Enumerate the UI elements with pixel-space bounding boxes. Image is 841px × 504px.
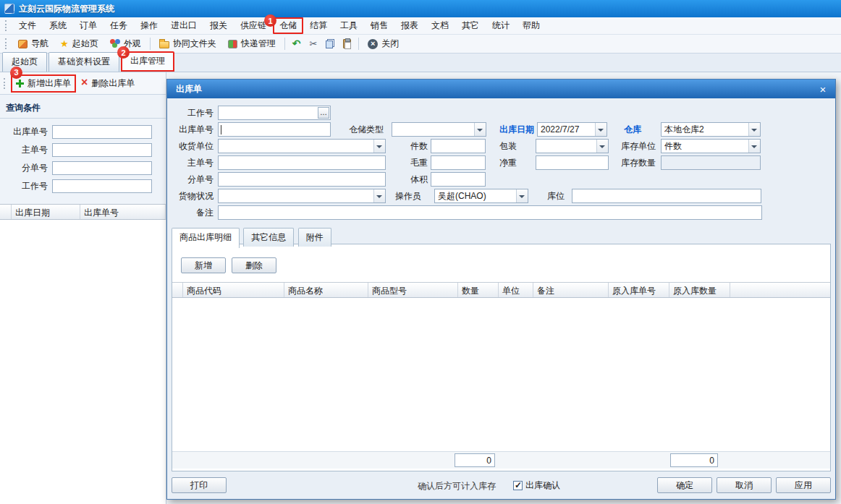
close-tab-label: 关闭	[381, 38, 399, 50]
menu-item-sales[interactable]: 销售	[364, 17, 394, 34]
cargo-status-select[interactable]	[218, 189, 386, 203]
delete-outbound-order-button[interactable]: 删除出库单	[76, 74, 140, 93]
tab-other-info[interactable]: 其它信息	[243, 228, 294, 247]
shared-folder-button[interactable]: 协同文件夹	[153, 35, 222, 52]
home-page-label: 起始页	[72, 38, 98, 50]
outbound-confirm-checkbox-group[interactable]: 出库确认	[513, 479, 560, 492]
dialog-title: 出库单	[176, 83, 816, 95]
delete-row-button[interactable]: 删除	[232, 257, 276, 273]
grid-header-original-inbound-no[interactable]: 原入库单号	[609, 283, 669, 297]
menu-item-system[interactable]: 系统	[43, 17, 73, 34]
tab-outbound-management[interactable]: 出库管理 2	[121, 51, 174, 72]
tab-product-outbound-detail[interactable]: 商品出库明细	[172, 228, 240, 248]
operator-select[interactable]: 吴超(CHAO)	[434, 189, 528, 203]
remark-label: 备注	[167, 205, 214, 220]
close-tab-button[interactable]: 关闭	[362, 35, 405, 52]
app-window: 立刻云国际物流管理系统 文件 系统 订单 任务 操作 进出口 报关 供应链 仓储…	[0, 0, 841, 504]
ok-button[interactable]: 确定	[657, 477, 712, 493]
outbound-list-body[interactable]	[0, 220, 166, 504]
menu-item-file[interactable]: 文件	[12, 17, 43, 34]
net-weight-input[interactable]	[536, 155, 609, 170]
cargo-status-label: 货物状况	[167, 189, 214, 203]
toolbar-grip-handle[interactable]	[5, 38, 8, 49]
cancel-button[interactable]: 取消	[717, 477, 772, 493]
grid-header-product-model[interactable]: 商品型号	[368, 283, 458, 297]
delete-outbound-order-label: 删除出库单	[91, 77, 135, 90]
package-select[interactable]	[536, 139, 609, 153]
storage-type-select[interactable]	[392, 122, 486, 137]
menu-item-others[interactable]: 其它	[455, 17, 486, 34]
house-no-input[interactable]	[218, 172, 386, 187]
cut-button[interactable]	[305, 37, 321, 51]
location-input[interactable]	[572, 189, 761, 203]
menu-item-customs[interactable]: 报关	[203, 17, 234, 34]
gross-weight-input[interactable]	[431, 155, 486, 170]
add-outbound-order-button[interactable]: 新增出库单 3	[11, 74, 76, 93]
grid-header-quantity[interactable]: 数量	[458, 283, 499, 297]
dialog-close-icon[interactable]	[816, 83, 829, 95]
list-header-outbound-date[interactable]: 出库日期	[12, 205, 80, 219]
grid-header-indicator	[172, 283, 183, 297]
menu-item-warehouse[interactable]: 仓储 1	[273, 17, 303, 34]
master-no-input[interactable]	[218, 155, 386, 170]
job-no-field[interactable]: …	[218, 106, 331, 120]
undo-button[interactable]	[288, 37, 305, 51]
menu-item-reports[interactable]: 报表	[394, 17, 425, 34]
receiver-select[interactable]	[218, 139, 386, 153]
tab-basic-data-settings[interactable]: 基础资料设置	[48, 52, 119, 72]
list-header-outbound-no[interactable]: 出库单号	[80, 205, 166, 219]
print-button[interactable]: 打印	[172, 477, 227, 493]
menu-item-import-export[interactable]: 进出口	[164, 17, 203, 34]
house-no-filter-input[interactable]	[52, 161, 152, 175]
tab-home-page[interactable]: 起始页	[2, 52, 47, 72]
left-toolbar-grip-handle[interactable]	[4, 78, 7, 89]
grid-header-product-code[interactable]: 商品代码	[183, 283, 284, 297]
tab-attachments[interactable]: 附件	[298, 228, 331, 247]
stock-unit-select[interactable]: 件数	[661, 139, 761, 153]
menu-item-documents[interactable]: 文档	[425, 17, 455, 34]
express-manage-button[interactable]: 快递管理	[222, 35, 282, 52]
job-no-label: 工作号	[167, 106, 214, 120]
menu-item-help[interactable]: 帮助	[516, 17, 546, 34]
grid-header-original-inbound-qty[interactable]: 原入库数量	[669, 283, 730, 297]
menu-item-tools[interactable]: 工具	[334, 17, 364, 34]
list-header-indicator-column	[0, 205, 12, 219]
browse-button[interactable]: …	[318, 107, 329, 119]
job-no-filter-input[interactable]	[52, 179, 152, 193]
document-tabstrip: 起始页 基础资料设置 出库管理 2	[0, 54, 841, 72]
product-grid-body[interactable]	[172, 298, 830, 451]
copy-button[interactable]	[321, 37, 339, 51]
outbound-no-filter-label: 出库单号	[0, 126, 52, 138]
navigation-button[interactable]: 导航	[12, 35, 54, 52]
menu-item-statistics[interactable]: 统计	[486, 17, 516, 34]
paste-button[interactable]	[339, 37, 355, 51]
menu-item-operation[interactable]: 操作	[134, 17, 164, 34]
menu-grip-handle[interactable]	[5, 20, 8, 31]
outbound-confirm-checkbox[interactable]	[513, 481, 523, 490]
apply-button[interactable]: 应用	[776, 477, 831, 493]
warehouse-select[interactable]: 本地仓库2	[661, 122, 761, 137]
menu-item-task[interactable]: 任务	[103, 17, 134, 34]
grid-header-remark[interactable]: 备注	[533, 283, 609, 297]
remark-input[interactable]	[218, 205, 762, 220]
grid-header-product-name[interactable]: 商品名称	[284, 283, 368, 297]
menu-item-settlement[interactable]: 结算	[303, 17, 334, 34]
query-separator	[0, 118, 166, 119]
home-page-button[interactable]: 起始页	[54, 35, 104, 52]
menu-item-order[interactable]: 订单	[73, 17, 103, 34]
location-label: 库位	[547, 189, 565, 203]
add-row-button[interactable]: 新增	[181, 257, 226, 273]
grid-header-unit[interactable]: 单位	[499, 283, 533, 297]
query-row: 工作号	[0, 177, 166, 195]
master-no-filter-input[interactable]	[52, 143, 152, 157]
outbound-no-filter-input[interactable]	[52, 125, 152, 139]
menu-item-warehouse-label: 仓储	[279, 20, 297, 30]
outbound-no-input[interactable]	[218, 122, 331, 137]
pieces-input[interactable]	[431, 139, 486, 153]
outbound-list-header: 出库日期 出库单号	[0, 204, 166, 220]
outbound-date-select[interactable]: 2022/7/27	[537, 122, 607, 137]
stock-qty-label: 库存数量	[621, 155, 656, 170]
dialog-titlebar[interactable]: 出库单	[167, 80, 835, 98]
title-bar[interactable]: 立刻云国际物流管理系统	[0, 0, 841, 17]
volume-input[interactable]	[431, 172, 486, 187]
